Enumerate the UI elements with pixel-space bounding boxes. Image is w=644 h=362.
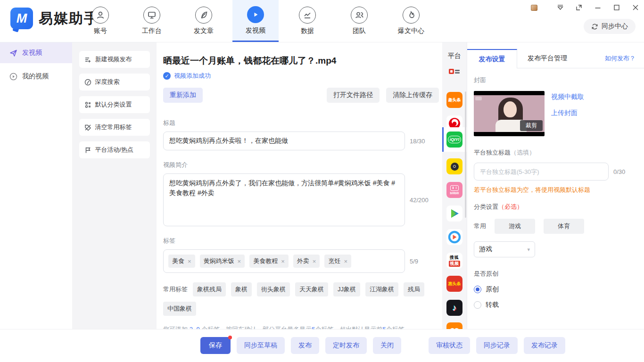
radio-repost[interactable]: 转载 [474,301,636,309]
remove-tag-icon[interactable]: × [344,258,347,265]
open-file-path-button[interactable]: 打开文件路径 [327,88,380,103]
default-category-settings-button[interactable]: 默认分类设置 [79,96,150,113]
window-popout-icon[interactable] [575,4,583,11]
sync-to-draft-button[interactable]: 同步至草稿 [237,337,285,354]
title-bar: M 易媒助手 账号 工作台 发文章 发视频 数据 [0,0,644,42]
platform-mini-logo-icon[interactable] [449,69,460,74]
new-video-publish-button[interactable]: 新建视频发布 [79,51,150,68]
right-panel-tabs: 发布设置 发布平台管理 如何发布？ [467,49,644,68]
common-tag[interactable]: JJ象棋 [333,282,360,296]
close-button[interactable]: 关闭 [373,337,401,354]
common-tag[interactable]: 街头象棋 [257,282,290,296]
remove-tag-icon[interactable]: × [281,258,285,265]
tencent-video-icon [446,206,462,222]
window-close-icon[interactable] [632,4,639,11]
platform-iqiyi-selected[interactable]: iQIYI [442,127,467,152]
crop-cover-button[interactable]: 裁剪 [520,120,543,131]
title-counter: 18/30 [410,138,425,145]
publish-button[interactable]: 发布 [291,337,319,354]
platform-tencent-video[interactable] [442,202,467,225]
feather-pen-icon [195,7,212,24]
platform-sohu-video[interactable]: 搜狐 视频 [442,249,467,272]
play-circle-icon [9,73,17,81]
nav-account[interactable]: 账号 [77,0,124,42]
review-status-button[interactable]: 审核状态 [429,337,470,354]
common-tag[interactable]: 象棋 [231,282,252,296]
readd-video-button[interactable]: 重新添加 [163,88,203,103]
douyin-note-icon: ♪ [446,300,462,316]
remove-tag-icon[interactable]: × [188,258,191,265]
cover-thumbnail[interactable]: 裁剪 [474,91,545,136]
grid-settings-icon [84,101,91,108]
deep-search-button[interactable]: 深度搜索 [79,74,150,90]
video-play-icon [247,6,264,23]
platform-tudou[interactable] [442,319,467,329]
remove-tag-icon[interactable]: × [238,258,241,265]
platform-yellow-camera[interactable] [442,155,467,178]
platform-scrollbar[interactable] [465,91,466,218]
nav-publish-video[interactable]: 发视频 [232,0,279,42]
common-tag[interactable]: 象棋残局 [193,282,226,296]
nav-team[interactable]: 团队 [336,0,382,42]
tab-publish-settings[interactable]: 发布设置 [467,49,517,68]
window-maximize-icon[interactable] [613,4,620,11]
clear-common-tags-button[interactable]: 清空常用标签 [79,119,150,136]
radio-selected-icon[interactable] [474,286,481,293]
blue-play-ring-icon [446,229,462,245]
radio-unselected-icon[interactable] [474,301,481,309]
nav-write-article[interactable]: 发文章 [181,0,227,42]
remove-tag-icon[interactable]: × [313,258,316,265]
title-field-label: 标题 [163,119,442,127]
upload-cover-link[interactable]: 上传封面 [551,109,584,117]
description-counter: 42/200 [410,197,429,204]
tags-input-box[interactable]: 美食× 黄焖鸡米饭× 美食教程× 外卖× 烹饪× [163,249,405,273]
common-tag[interactable]: 中国象棋 [163,302,196,316]
publish-log-button[interactable]: 发布记录 [524,337,565,354]
common-tag[interactable]: 江湖象棋 [365,282,398,296]
category-select[interactable]: 游戏 ▾ [474,241,535,257]
tag-chip: 美食× [168,255,195,268]
iqiyi-icon: iQIYI [446,132,462,148]
app-logo-icon: M [10,8,33,29]
platform-qutoutiao[interactable]: 趣头条 [442,88,467,112]
video-description-textarea[interactable]: 想吃黄焖鸡别再点外卖了，我们在家也能做，方法很简单#黄焖鸡米饭 #美食 #美食教… [163,173,405,226]
flag-icon [84,147,91,154]
tudou-glasses-icon [446,322,462,329]
common-tag[interactable]: 天天象棋 [295,282,328,296]
platform-douyin[interactable]: ♪ [442,296,467,320]
category-option-game[interactable]: 游戏 [495,219,535,234]
sync-center-button[interactable]: 同步中心 [584,19,636,34]
nav-workbench[interactable]: 工作台 [129,0,175,42]
main-form: 晒最近一个月账单，钱都花在哪儿了？.mp4 ✓ 视频添加成功 重新添加 打开文件… [157,42,442,329]
tab-platform-management[interactable]: 发布平台管理 [517,49,578,68]
platform-strip: 平台 趣头条 iQIYI bilibili 搜狐 视频 惠头条 ♪ [442,42,467,329]
independent-title-input[interactable] [474,163,609,181]
flame-icon [403,7,420,24]
save-button[interactable]: 保存 [200,337,231,354]
clear-upload-cache-button[interactable]: 清除上传缓存 [386,88,439,103]
video-filename: 晒最近一个月账单，钱都花在哪儿了？.mp4 [163,55,442,67]
nav-hot-center[interactable]: 爆文中心 [388,0,434,42]
video-title-input[interactable] [163,132,405,150]
how-to-publish-link[interactable]: 如何发布？ [605,54,644,63]
schedule-publish-button[interactable]: 定时发布 [325,337,367,354]
window-minimize-icon[interactable] [594,4,602,11]
platform-activity-hotspots-button[interactable]: 平台活动/热点 [79,141,150,158]
independent-title-warning: 若平台独立标题为空，将使用视频默认标题 [474,186,636,194]
platform-huitoutiao[interactable]: 惠头条 [442,272,467,296]
platform-blue-circle[interactable] [442,225,467,249]
platform-bilibili[interactable]: bilibili [442,178,467,202]
common-tag[interactable]: 残局 [404,282,424,296]
sync-log-button[interactable]: 同步记录 [476,337,518,354]
refresh-icon [591,23,598,30]
category-option-sports[interactable]: 体育 [544,219,584,234]
upload-status: ✓ 视频添加成功 [163,72,442,80]
capture-from-video-link[interactable]: 视频中截取 [551,93,584,101]
nav-data[interactable]: 数据 [284,0,330,42]
bilibili-icon: bilibili [446,182,462,198]
sidebar-item-my-videos[interactable]: 我的视频 [0,66,72,87]
window-dropdown-icon[interactable] [556,4,564,11]
paper-plane-icon [9,49,17,57]
radio-original[interactable]: 原创 [474,285,636,294]
sidebar-item-publish-video[interactable]: 发视频 [0,42,72,63]
